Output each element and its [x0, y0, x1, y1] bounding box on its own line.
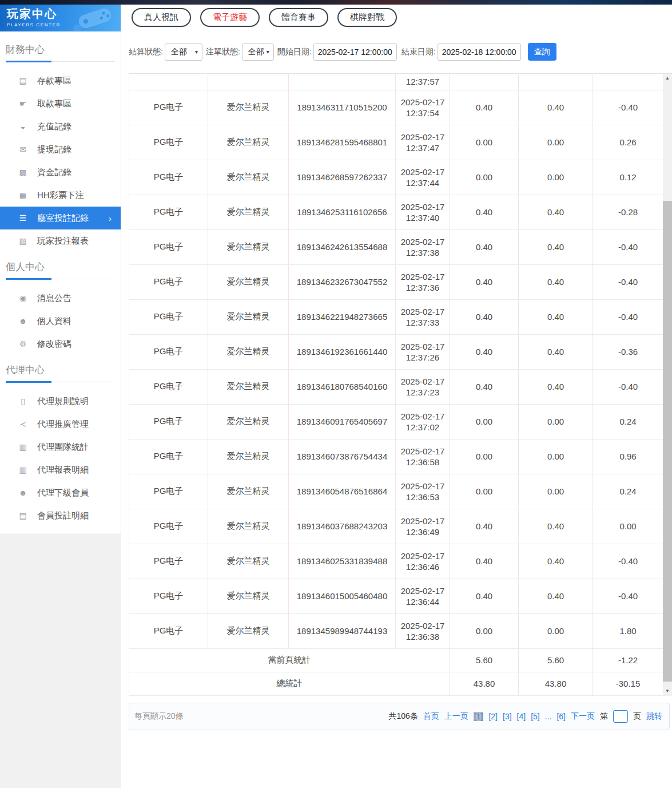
cell-winloss: -0.40	[593, 229, 663, 264]
cell-valid-bet: 0.40	[519, 579, 593, 613]
cell-datetime: 2025-02-1712:36:46	[396, 544, 450, 579]
pagination-page-6[interactable]: [6]	[556, 712, 566, 721]
sidebar-item-change-password[interactable]: ⚙修改密碼	[0, 332, 121, 355]
divider-accent	[6, 61, 51, 62]
table-row: PG电子爱尔兰精灵18913462219482736652025-02-1712…	[129, 299, 663, 334]
cell-valid-bet: 0.00	[519, 474, 593, 509]
cell-order-number: 1891346242613554688	[289, 229, 396, 264]
summary-winloss: -1.22	[593, 648, 663, 672]
pagination-page-1[interactable]: [1]	[474, 712, 484, 721]
sidebar-item-recharge-records[interactable]: ◒充值記錄	[0, 115, 121, 138]
time-line: 12:36:53	[396, 492, 450, 502]
cell-datetime: 2025-02-1712:36:58	[396, 439, 450, 474]
pagination-next[interactable]: 下一页	[571, 711, 595, 722]
sidebar-item-label: 代理規則說明	[37, 396, 89, 407]
sidebar-item-agent-report-detail[interactable]: ▥代理報表明細	[0, 458, 121, 481]
sidebar-item-label: 資金記錄	[37, 167, 71, 178]
vertical-scrollbar[interactable]: ▲ ▼	[663, 74, 672, 696]
scroll-down-arrow[interactable]: ▼	[663, 687, 672, 696]
order-status-select[interactable]: 全部 ▾	[242, 43, 274, 61]
sidebar-item-room-bet-records[interactable]: ☰廳室投註記錄›	[0, 207, 121, 229]
cell-order-number: 1891346091765405697	[289, 404, 396, 439]
table-row: PG电子爱尔兰精灵18913460150054604802025-02-1712…	[129, 579, 663, 613]
date-line: 2025-02-17	[396, 411, 450, 422]
sidebar-item-label: 代理推廣管理	[37, 419, 89, 430]
start-date-input[interactable]	[313, 43, 397, 61]
table-row: PG电子爱尔兰精灵18913460548765168642025-02-1712…	[129, 474, 663, 509]
cell-order-number: 1891346311710515200	[289, 90, 396, 125]
cell-datetime: 2025-02-1712:37:44	[396, 160, 450, 195]
cell-bet-amount: 0.40	[450, 579, 519, 613]
sidebar-item-personal-profile[interactable]: ☻個人資料	[0, 310, 121, 332]
cell-platform: PG电子	[129, 229, 208, 264]
search-button[interactable]: 查詢	[528, 43, 556, 61]
tab-electronic-games[interactable]: 電子遊藝	[200, 8, 260, 27]
pagination-page-2[interactable]: [2]	[488, 712, 498, 721]
cell-game-name: 爱尔兰精灵	[208, 509, 289, 544]
cell-order-number: 1891346268597262337	[289, 160, 396, 195]
sidebar-item-member-bet-detail[interactable]: ▤會員投註明細	[0, 504, 121, 527]
sidebar-item-deposit-area[interactable]: ▤存款專區	[0, 69, 121, 92]
sidebar-item-label: 修改密碼	[37, 339, 71, 350]
sidebar-item-withdraw-records[interactable]: ✉提現記錄	[0, 138, 121, 161]
page-jump-input[interactable]	[613, 710, 628, 723]
end-date-input[interactable]	[438, 43, 521, 61]
scroll-up-arrow[interactable]: ▲	[663, 74, 672, 83]
cell-platform: PG电子	[129, 299, 208, 334]
cell-platform: PG电子	[129, 160, 208, 195]
cell-valid-bet: 0.40	[519, 544, 593, 579]
sidebar-item-player-bet-report[interactable]: ▨玩家投注報表	[0, 229, 121, 252]
order-status-label: 注單狀態:	[206, 47, 240, 57]
sidebar-item-announcements[interactable]: ◉消息公告	[0, 287, 121, 310]
sidebar-item-funds-records[interactable]: ▩資金記錄	[0, 161, 121, 184]
cell-datetime: 2025-02-1712:37:38	[396, 229, 450, 264]
sidebar-item-agent-rules[interactable]: ▯代理規則說明	[0, 390, 121, 413]
cell-valid-bet: 0.40	[519, 264, 593, 299]
sidebar-item-withdraw-area[interactable]: ☛取款專區	[0, 92, 121, 115]
tab-live-video[interactable]: 真人視訊	[132, 8, 191, 27]
tab-sports-events[interactable]: 體育賽事	[269, 8, 328, 27]
settle-status-select[interactable]: 全部 ▾	[165, 43, 202, 61]
pagination-page-5[interactable]: [5]	[531, 712, 540, 721]
tab-board-card-battle[interactable]: 棋牌對戰	[337, 8, 397, 27]
sidebar-item-label: 消息公告	[37, 293, 71, 304]
cell-platform: PG电子	[129, 195, 208, 229]
time-line: 12:37:23	[396, 387, 450, 398]
sidebar-item-agent-promotion[interactable]: ≺代理推廣管理	[0, 413, 121, 435]
table-cell	[450, 74, 519, 90]
cell-datetime: 2025-02-1712:37:02	[396, 404, 450, 439]
sidebar-item-label: 廳室投註記錄	[37, 213, 89, 224]
sidebar-item-agent-sub-members[interactable]: ☻代理下級會員	[0, 481, 121, 504]
cell-bet-amount: 0.40	[450, 195, 519, 229]
chevron-down-icon: ▾	[195, 49, 198, 55]
jump-button[interactable]: 跳转	[646, 711, 662, 722]
top-banner-strip	[0, 0, 672, 5]
date-line: 2025-02-17	[396, 620, 450, 631]
clipboard-icon: ▤	[17, 511, 29, 520]
sidebar-nav: 財務中心▤存款專區☛取款專區◒充值記錄✉提現記錄▩資金記錄▦HH彩票下注☰廳室投…	[0, 31, 121, 550]
cell-bet-amount: 0.40	[450, 369, 519, 404]
sidebar-footer-area	[0, 534, 121, 788]
sidebar-item-agent-team-stats[interactable]: ▥代理團隊統計	[0, 435, 121, 458]
pagination-first[interactable]: 首页	[423, 711, 439, 722]
cell-datetime: 2025-02-1712:37:36	[396, 264, 450, 299]
pagination-prev[interactable]: 上一页	[444, 711, 468, 722]
pagination-page-3[interactable]: [3]	[503, 712, 512, 721]
cell-game-name: 爱尔兰精灵	[208, 613, 289, 648]
records-table: 12:37:57PG电子爱尔兰精灵18913463117105152002025…	[129, 74, 663, 696]
bet-records-table: 12:37:57PG电子爱尔兰精灵18913463117105152002025…	[129, 73, 672, 695]
scrollbar-thumb[interactable]	[663, 201, 672, 682]
time-line: 12:37:44	[396, 177, 450, 188]
sidebar-item-hh-lottery-bets[interactable]: ▦HH彩票下注	[0, 184, 121, 207]
pagination-links: 共106条首页上一页[1][2][3][4][5]...[6]下一页第页跳转	[389, 710, 663, 723]
pagination-page-4[interactable]: [4]	[517, 712, 526, 721]
cell-order-number: 1891346253116102656	[289, 195, 396, 229]
time-line: 12:36:44	[396, 596, 450, 607]
cell-bet-amount: 0.40	[450, 264, 519, 299]
cell-platform: PG电子	[129, 334, 208, 369]
cell-valid-bet: 0.00	[519, 404, 593, 439]
sidebar-item-label: 存款專區	[37, 76, 71, 86]
date-line: 2025-02-17	[396, 236, 450, 247]
cell-order-number: 1891346054876516864	[289, 474, 396, 509]
section-divider	[6, 61, 115, 62]
